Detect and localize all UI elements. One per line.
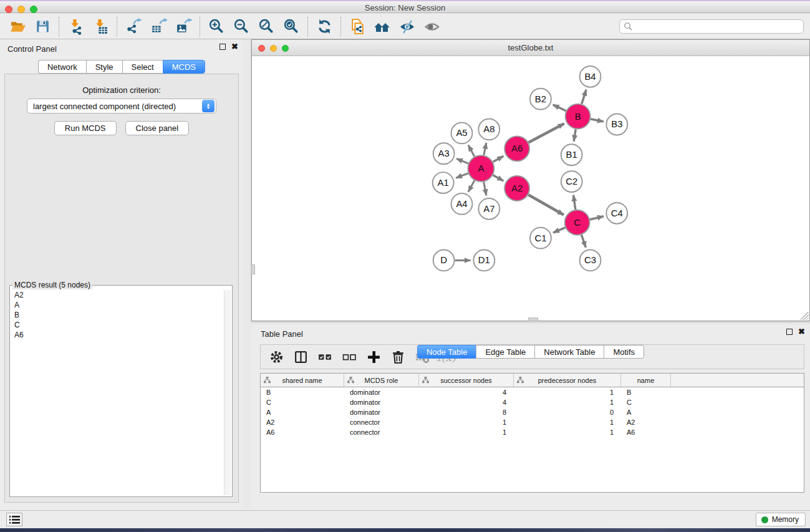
graph-node-label: A7 [483, 203, 494, 214]
graph-edge-A-A6[interactable] [493, 156, 504, 162]
graph-edge-C-C3[interactable] [581, 235, 586, 248]
graph-node-label: B1 [566, 149, 577, 160]
graph-edge-A6-B[interactable] [529, 123, 564, 142]
app-titlebar: Session: New Session [0, 0, 810, 13]
result-list-item[interactable]: A [11, 300, 223, 310]
desktop-edge [0, 528, 810, 532]
zoom-selected-icon[interactable] [279, 16, 304, 37]
toolbar-separator [307, 17, 308, 37]
search-input[interactable] [633, 21, 803, 32]
splitter-handle[interactable] [528, 317, 538, 321]
float-panel-icon[interactable] [786, 329, 793, 335]
refresh-icon[interactable] [312, 16, 337, 37]
clone-network-icon[interactable] [345, 16, 370, 37]
graph-edge-A-A4[interactable] [468, 180, 475, 191]
memory-label: Memory [772, 515, 799, 524]
tab-network[interactable]: Network [38, 60, 86, 74]
control-panel-title: Control Panel [7, 44, 57, 54]
memory-status-icon [761, 516, 768, 523]
zoom-in-icon[interactable] [204, 16, 229, 37]
export-image-icon[interactable] [171, 16, 196, 37]
close-panel-icon[interactable]: ✖ [798, 329, 805, 335]
result-list-item[interactable]: B [11, 310, 223, 320]
open-session-icon[interactable] [5, 16, 30, 37]
result-scrollbar[interactable] [224, 290, 231, 495]
graph-edge-B-B2[interactable] [553, 105, 566, 111]
graph-node-label: C [574, 217, 581, 228]
tab-edge-table[interactable]: Edge Table [476, 345, 534, 359]
graph-node-label: A3 [438, 148, 450, 158]
graph-node-label: A5 [456, 127, 467, 138]
houses-icon[interactable] [370, 16, 395, 37]
graph-edge-B-B3[interactable] [591, 119, 604, 122]
export-table-icon[interactable] [146, 16, 171, 37]
splitter-handle[interactable] [251, 264, 255, 274]
graph-node-label: B4 [584, 71, 595, 82]
table-tabs: Node Table Edge Table Network Table Moti… [251, 345, 810, 509]
float-panel-icon[interactable] [219, 44, 226, 50]
result-list-item[interactable]: C [11, 320, 223, 330]
criterion-value: largest connected component (directed) [27, 102, 202, 111]
graph-edge-A-A2[interactable] [493, 175, 504, 181]
eye-icon[interactable] [420, 16, 445, 37]
graph-edge-C-C4[interactable] [590, 216, 604, 220]
graph-edge-B-B1[interactable] [574, 129, 576, 141]
graph-node-label: C2 [566, 176, 577, 186]
graph-node-label: A6 [511, 143, 523, 153]
main-toolbar [0, 14, 810, 39]
graph-node-label: B2 [535, 94, 546, 104]
graph-edge-A-A1[interactable] [456, 173, 468, 178]
memory-button[interactable]: Memory [756, 513, 806, 526]
run-mcds-button[interactable]: Run MCDS [54, 121, 117, 135]
graph-node-label: C3 [584, 254, 596, 265]
tab-node-table[interactable]: Node Table [417, 345, 476, 359]
network-canvas[interactable]: B4B2BB3A5A8A6A3B1AA1C2A2A4A7C4CC1C3DD1 [252, 57, 809, 321]
graph-node-label: C1 [534, 233, 546, 243]
table-panel-header: Table Panel ✖ [251, 324, 810, 342]
graph-edge-A-A5[interactable] [468, 145, 475, 157]
toolbar-separator [200, 17, 200, 37]
select-stepper-icon: ▲▼ [202, 100, 215, 112]
graph-edge-A-A3[interactable] [456, 158, 468, 163]
result-list-item[interactable]: A6 [11, 330, 223, 340]
graph-node-label: A [478, 163, 484, 173]
import-network-icon[interactable] [63, 16, 88, 37]
criterion-select[interactable]: largest connected component (directed) ▲… [27, 99, 216, 114]
table-panel-title: Table Panel [261, 329, 303, 339]
resize-grip[interactable] [801, 312, 809, 320]
zoom-out-icon[interactable] [229, 16, 254, 37]
network-window-titlebar: testGlobe.txt [252, 40, 809, 56]
graph-edge-C-C1[interactable] [553, 228, 565, 233]
save-session-icon[interactable] [30, 16, 55, 37]
close-panel-icon[interactable]: ✖ [231, 44, 238, 50]
table-panel: Table Panel ✖ f(x) [251, 324, 810, 510]
zoom-fit-icon[interactable] [254, 16, 279, 37]
graph-node-label: B3 [611, 118, 622, 129]
graph-edge-C-C2[interactable] [574, 195, 576, 210]
graph-edge-A2-C[interactable] [528, 195, 564, 215]
eye-slash-icon[interactable] [395, 16, 420, 37]
tab-network-table[interactable]: Network Table [534, 345, 604, 359]
toolbar-separator [340, 17, 341, 37]
tab-style[interactable]: Style [86, 60, 122, 74]
status-bar: Memory [0, 510, 810, 528]
graph-node-label: C4 [611, 208, 623, 218]
close-panel-button[interactable]: Close panel [125, 121, 190, 135]
network-view-window: testGlobe.txt B4B2BB3A5A8A6A3B1AA1C2A2A4… [251, 39, 810, 321]
result-list-item[interactable]: A2 [11, 290, 223, 300]
tab-motifs[interactable]: Motifs [604, 345, 644, 359]
import-table-icon[interactable] [88, 16, 113, 37]
graph-edge-A-A8[interactable] [484, 143, 486, 155]
mcds-result-group: MCDS result (5 nodes) A2ABCA6 [9, 285, 233, 497]
list-icon [9, 515, 20, 525]
search-field[interactable] [619, 19, 804, 34]
task-history-button[interactable] [6, 513, 22, 526]
tab-mcds[interactable]: MCDS [163, 60, 205, 74]
graph-edge-A-A7[interactable] [484, 182, 486, 196]
export-network-icon[interactable] [121, 16, 146, 37]
tab-select[interactable]: Select [122, 60, 163, 74]
graph-edge-B-B4[interactable] [582, 90, 586, 104]
search-icon [624, 22, 633, 31]
control-panel: Control Panel ✖ Network Style Select MCD… [0, 39, 243, 510]
graph-node-label: A1 [438, 177, 449, 188]
